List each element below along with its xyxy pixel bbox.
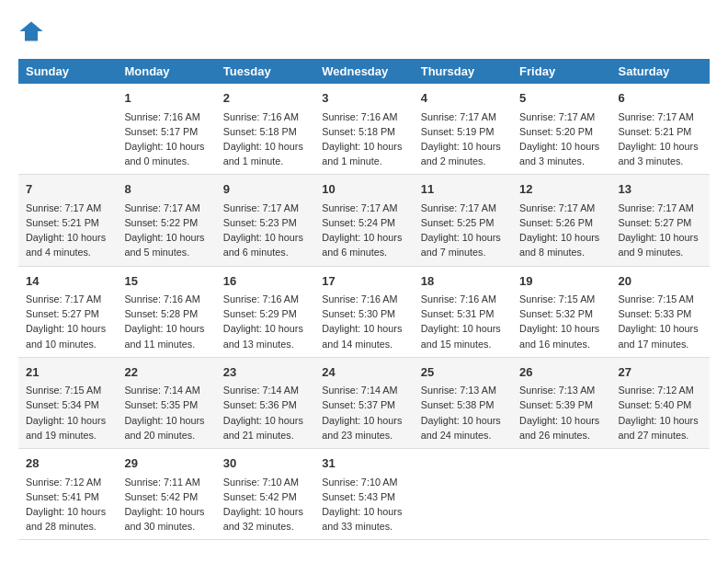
day-info: Sunrise: 7:17 AMSunset: 5:26 PMDaylight:… bbox=[519, 201, 603, 260]
calendar-week-row: 21Sunrise: 7:15 AMSunset: 5:34 PMDayligh… bbox=[18, 357, 710, 448]
day-number: 2 bbox=[223, 89, 307, 108]
calendar-cell: 28Sunrise: 7:12 AMSunset: 5:41 PMDayligh… bbox=[18, 449, 117, 540]
calendar-cell: 23Sunrise: 7:14 AMSunset: 5:36 PMDayligh… bbox=[216, 357, 314, 448]
day-info: Sunrise: 7:16 AMSunset: 5:29 PMDaylight:… bbox=[223, 292, 307, 351]
day-info: Sunrise: 7:17 AMSunset: 5:27 PMDaylight:… bbox=[26, 292, 109, 351]
day-number: 19 bbox=[519, 272, 603, 291]
calendar-cell: 10Sunrise: 7:17 AMSunset: 5:24 PMDayligh… bbox=[314, 175, 413, 266]
calendar-cell: 16Sunrise: 7:16 AMSunset: 5:29 PMDayligh… bbox=[216, 266, 314, 357]
day-number: 27 bbox=[619, 363, 702, 382]
logo bbox=[18, 18, 48, 44]
calendar-cell: 2Sunrise: 7:16 AMSunset: 5:18 PMDaylight… bbox=[216, 84, 314, 175]
day-info: Sunrise: 7:14 AMSunset: 5:36 PMDaylight:… bbox=[223, 383, 307, 442]
day-number: 20 bbox=[619, 272, 702, 291]
day-info: Sunrise: 7:17 AMSunset: 5:24 PMDaylight:… bbox=[322, 201, 405, 260]
calendar-cell: 1Sunrise: 7:16 AMSunset: 5:17 PMDaylight… bbox=[117, 84, 215, 175]
day-number: 15 bbox=[124, 272, 208, 291]
page-header bbox=[18, 18, 710, 44]
calendar-cell: 27Sunrise: 7:12 AMSunset: 5:40 PMDayligh… bbox=[611, 357, 710, 448]
day-number: 7 bbox=[26, 180, 109, 199]
day-number: 31 bbox=[322, 454, 405, 473]
calendar-cell: 22Sunrise: 7:14 AMSunset: 5:35 PMDayligh… bbox=[117, 357, 215, 448]
day-info: Sunrise: 7:15 AMSunset: 5:32 PMDaylight:… bbox=[519, 292, 603, 351]
calendar-cell: 7Sunrise: 7:17 AMSunset: 5:21 PMDaylight… bbox=[18, 175, 117, 266]
day-info: Sunrise: 7:17 AMSunset: 5:27 PMDaylight:… bbox=[619, 201, 702, 260]
day-number: 16 bbox=[223, 272, 307, 291]
calendar-cell: 12Sunrise: 7:17 AMSunset: 5:26 PMDayligh… bbox=[512, 175, 610, 266]
day-info: Sunrise: 7:16 AMSunset: 5:28 PMDaylight:… bbox=[124, 292, 208, 351]
day-info: Sunrise: 7:10 AMSunset: 5:43 PMDaylight:… bbox=[322, 475, 405, 534]
day-info: Sunrise: 7:12 AMSunset: 5:40 PMDaylight:… bbox=[619, 383, 702, 442]
day-info: Sunrise: 7:17 AMSunset: 5:25 PMDaylight:… bbox=[421, 201, 505, 260]
day-number: 25 bbox=[421, 363, 505, 382]
day-number: 5 bbox=[519, 89, 603, 108]
day-number: 6 bbox=[619, 89, 702, 108]
day-info: Sunrise: 7:14 AMSunset: 5:37 PMDaylight:… bbox=[322, 383, 405, 442]
calendar-cell: 14Sunrise: 7:17 AMSunset: 5:27 PMDayligh… bbox=[18, 266, 117, 357]
day-number: 4 bbox=[421, 89, 505, 108]
day-number: 9 bbox=[223, 180, 307, 199]
calendar-cell: 18Sunrise: 7:16 AMSunset: 5:31 PMDayligh… bbox=[414, 266, 512, 357]
day-of-week-header: Sunday bbox=[18, 59, 117, 84]
calendar-cell: 4Sunrise: 7:17 AMSunset: 5:19 PMDaylight… bbox=[414, 84, 512, 175]
day-of-week-header: Wednesday bbox=[314, 59, 413, 84]
calendar-cell: 26Sunrise: 7:13 AMSunset: 5:39 PMDayligh… bbox=[512, 357, 610, 448]
day-number: 13 bbox=[619, 180, 702, 199]
calendar-cell: 30Sunrise: 7:10 AMSunset: 5:42 PMDayligh… bbox=[216, 449, 314, 540]
calendar-cell: 6Sunrise: 7:17 AMSunset: 5:21 PMDaylight… bbox=[611, 84, 710, 175]
calendar-cell: 13Sunrise: 7:17 AMSunset: 5:27 PMDayligh… bbox=[611, 175, 710, 266]
day-info: Sunrise: 7:13 AMSunset: 5:39 PMDaylight:… bbox=[519, 383, 603, 442]
day-number: 11 bbox=[421, 180, 505, 199]
day-number: 8 bbox=[124, 180, 208, 199]
day-number: 30 bbox=[223, 454, 307, 473]
day-of-week-header: Saturday bbox=[611, 59, 710, 84]
day-info: Sunrise: 7:17 AMSunset: 5:22 PMDaylight:… bbox=[124, 201, 208, 260]
calendar-cell: 3Sunrise: 7:16 AMSunset: 5:18 PMDaylight… bbox=[314, 84, 413, 175]
day-info: Sunrise: 7:17 AMSunset: 5:19 PMDaylight:… bbox=[421, 109, 505, 169]
day-of-week-header: Tuesday bbox=[216, 59, 314, 84]
day-info: Sunrise: 7:17 AMSunset: 5:20 PMDaylight:… bbox=[519, 109, 603, 169]
day-number: 12 bbox=[519, 180, 603, 199]
day-info: Sunrise: 7:15 AMSunset: 5:34 PMDaylight:… bbox=[26, 383, 109, 442]
calendar-week-row: 1Sunrise: 7:16 AMSunset: 5:17 PMDaylight… bbox=[18, 84, 710, 175]
day-number: 23 bbox=[223, 363, 307, 382]
calendar-week-row: 28Sunrise: 7:12 AMSunset: 5:41 PMDayligh… bbox=[18, 449, 710, 540]
day-info: Sunrise: 7:16 AMSunset: 5:31 PMDaylight:… bbox=[421, 292, 505, 351]
day-number: 10 bbox=[322, 180, 405, 199]
calendar-week-row: 14Sunrise: 7:17 AMSunset: 5:27 PMDayligh… bbox=[18, 266, 710, 357]
day-of-week-header: Friday bbox=[512, 59, 610, 84]
day-number: 24 bbox=[322, 363, 405, 382]
calendar-cell: 31Sunrise: 7:10 AMSunset: 5:43 PMDayligh… bbox=[314, 449, 413, 540]
day-number: 17 bbox=[322, 272, 405, 291]
calendar-cell: 21Sunrise: 7:15 AMSunset: 5:34 PMDayligh… bbox=[18, 357, 117, 448]
calendar-cell: 25Sunrise: 7:13 AMSunset: 5:38 PMDayligh… bbox=[414, 357, 512, 448]
svg-marker-0 bbox=[19, 22, 42, 41]
calendar-cell: 19Sunrise: 7:15 AMSunset: 5:32 PMDayligh… bbox=[512, 266, 610, 357]
calendar-cell: 15Sunrise: 7:16 AMSunset: 5:28 PMDayligh… bbox=[117, 266, 215, 357]
day-info: Sunrise: 7:16 AMSunset: 5:17 PMDaylight:… bbox=[124, 109, 208, 169]
calendar-cell: 20Sunrise: 7:15 AMSunset: 5:33 PMDayligh… bbox=[611, 266, 710, 357]
day-info: Sunrise: 7:13 AMSunset: 5:38 PMDaylight:… bbox=[421, 383, 505, 442]
calendar-cell: 17Sunrise: 7:16 AMSunset: 5:30 PMDayligh… bbox=[314, 266, 413, 357]
day-number: 22 bbox=[124, 363, 208, 382]
day-number: 3 bbox=[322, 89, 405, 108]
day-number: 1 bbox=[124, 89, 208, 108]
calendar-cell: 5Sunrise: 7:17 AMSunset: 5:20 PMDaylight… bbox=[512, 84, 610, 175]
day-of-week-header: Thursday bbox=[414, 59, 512, 84]
day-number: 21 bbox=[26, 363, 109, 382]
day-number: 28 bbox=[26, 454, 109, 473]
day-info: Sunrise: 7:15 AMSunset: 5:33 PMDaylight:… bbox=[619, 292, 702, 351]
day-info: Sunrise: 7:14 AMSunset: 5:35 PMDaylight:… bbox=[124, 383, 208, 442]
calendar-table: SundayMondayTuesdayWednesdayThursdayFrid… bbox=[18, 59, 710, 540]
calendar-week-row: 7Sunrise: 7:17 AMSunset: 5:21 PMDaylight… bbox=[18, 175, 710, 266]
calendar-cell bbox=[512, 449, 610, 540]
day-number: 26 bbox=[519, 363, 603, 382]
day-of-week-header: Monday bbox=[117, 59, 215, 84]
calendar-cell: 29Sunrise: 7:11 AMSunset: 5:42 PMDayligh… bbox=[117, 449, 215, 540]
day-number: 14 bbox=[26, 272, 109, 291]
calendar-cell: 9Sunrise: 7:17 AMSunset: 5:23 PMDaylight… bbox=[216, 175, 314, 266]
logo-icon bbox=[18, 18, 44, 44]
day-info: Sunrise: 7:17 AMSunset: 5:21 PMDaylight:… bbox=[619, 109, 702, 169]
calendar-cell: 8Sunrise: 7:17 AMSunset: 5:22 PMDaylight… bbox=[117, 175, 215, 266]
day-info: Sunrise: 7:16 AMSunset: 5:18 PMDaylight:… bbox=[322, 109, 405, 169]
